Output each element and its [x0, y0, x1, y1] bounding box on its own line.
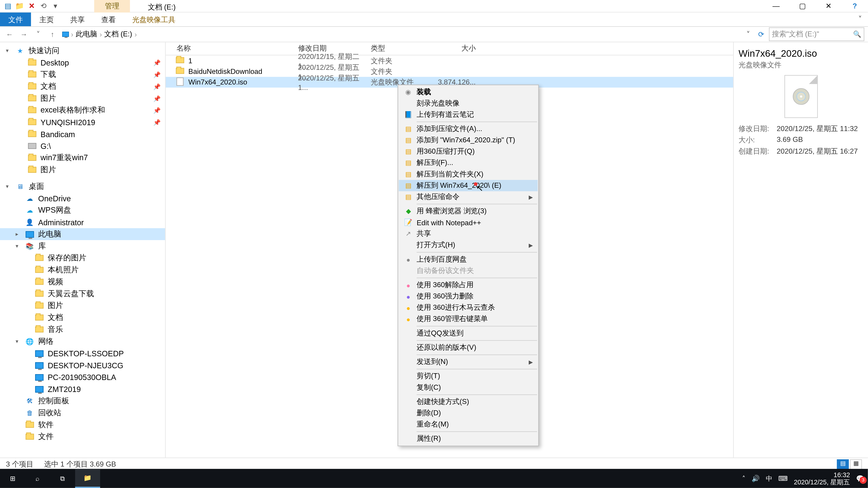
ribbon-tab-view[interactable]: 查看: [93, 12, 124, 26]
qat-icon-2[interactable]: 📁: [14, 1, 25, 11]
tree-item[interactable]: DESKTOP-LSSOEDP: [0, 347, 165, 359]
context-menu-item[interactable]: ▤解压到当前文件夹(X): [399, 168, 537, 180]
tree-item[interactable]: 音乐: [0, 324, 165, 335]
ribbon-file-tab[interactable]: 文件: [0, 12, 31, 26]
start-button[interactable]: ⊞: [0, 469, 25, 488]
context-menu-item[interactable]: ▤解压到 Win7x64_2020\ (E): [399, 180, 537, 191]
ribbon-tab-disc-tools[interactable]: 光盘映像工具: [124, 12, 184, 26]
breadcrumb[interactable]: 此电脑: [74, 29, 98, 39]
tree-item[interactable]: ▾📚库: [0, 240, 165, 252]
minimize-button[interactable]: —: [763, 0, 789, 12]
tree-item[interactable]: ▾🌐网络: [0, 335, 165, 348]
context-menu-item[interactable]: 属性(R): [399, 433, 537, 445]
address-dropdown-icon[interactable]: ˅: [743, 30, 753, 38]
tree-item[interactable]: 图片: [0, 300, 165, 312]
column-headers[interactable]: 名称 修改日期 类型 大小: [166, 42, 733, 55]
context-menu-item[interactable]: 删除(D): [399, 408, 537, 419]
context-menu-item[interactable]: ▤添加到压缩文件(A)...: [399, 123, 537, 135]
taskbar-explorer-icon[interactable]: 📁: [75, 469, 100, 488]
context-menu-item[interactable]: ●使用 360强力删除: [399, 291, 537, 302]
tree-item[interactable]: 图片📌: [0, 92, 165, 104]
address-bar[interactable]: › 此电脑 › 文档 (E:) ›: [61, 29, 740, 40]
navigation-pane[interactable]: ▾★ 快速访问 Desktop📌下载📌文档📌图片📌excel表格制作求和📌YUN…: [0, 42, 166, 457]
forward-button[interactable]: →: [18, 30, 30, 38]
view-icons-button[interactable]: ▦: [850, 459, 862, 470]
context-menu-item[interactable]: ▤其他压缩命令▶: [399, 191, 537, 202]
tree-item[interactable]: 下载📌: [0, 68, 165, 80]
search-input[interactable]: 搜索"文档 (E:)" 🔍: [769, 27, 864, 41]
tree-item[interactable]: DESKTOP-NJEU3CG: [0, 359, 165, 371]
tree-item[interactable]: 软件: [0, 419, 165, 431]
context-menu-item[interactable]: 发送到(N)▶: [399, 356, 537, 367]
tree-item[interactable]: 👤Administrator: [0, 216, 165, 228]
tree-item[interactable]: 🗑回收站: [0, 407, 165, 419]
column-name[interactable]: 名称: [166, 43, 298, 54]
back-button[interactable]: ←: [4, 30, 16, 38]
tray-volume-icon[interactable]: 🔊: [752, 475, 760, 482]
table-row[interactable]: 12020/12/15, 星期二 1...文件夹: [166, 55, 733, 66]
tree-item[interactable]: Bandicam: [0, 128, 165, 140]
tree-item[interactable]: YUNQISHI2019📌: [0, 116, 165, 128]
ribbon-tab-share[interactable]: 共享: [62, 12, 93, 26]
context-menu-item[interactable]: ◉装载: [399, 86, 537, 98]
tray-clock[interactable]: 16:32 2020/12/25, 星期五: [794, 471, 850, 486]
tree-item[interactable]: 视频: [0, 276, 165, 288]
table-row[interactable]: BaiduNetdiskDownload2020/12/25, 星期五 1...…: [166, 66, 733, 77]
help-button[interactable]: ?: [842, 0, 868, 12]
qat-icon-1[interactable]: ▤: [2, 1, 13, 11]
context-menu-item[interactable]: 剪切(T): [399, 370, 537, 382]
context-menu-item[interactable]: 复制(C): [399, 382, 537, 393]
qat-customize-icon[interactable]: ▾: [50, 1, 61, 11]
tree-item[interactable]: G:\: [0, 140, 165, 152]
context-menu-item[interactable]: ▤添加到 "Win7x64_2020.zip" (T): [399, 135, 537, 146]
context-menu-item[interactable]: ▤用360压缩打开(Q): [399, 146, 537, 157]
context-menu-item[interactable]: 通过QQ发送到: [399, 328, 537, 339]
up-button[interactable]: ↑: [46, 30, 59, 38]
ribbon-expand-icon[interactable]: ˅: [852, 12, 868, 26]
context-menu-item[interactable]: ●上传到百度网盘: [399, 254, 537, 265]
context-menu-item[interactable]: ●使用 360进行木马云查杀: [399, 302, 537, 313]
context-menu-item[interactable]: 打开方式(H)▶: [399, 239, 537, 251]
context-menu-item[interactable]: ▤解压到(F)...: [399, 157, 537, 168]
maximize-button[interactable]: ▢: [789, 0, 815, 12]
tree-quick-access[interactable]: ▾★ 快速访问: [0, 45, 165, 57]
breadcrumb[interactable]: 文档 (E:): [103, 29, 133, 39]
tree-item[interactable]: excel表格制作求和📌: [0, 104, 165, 116]
context-menu-item[interactable]: 📘上传到有道云笔记: [399, 109, 537, 121]
tree-item[interactable]: ☁OneDrive: [0, 193, 165, 204]
tree-item[interactable]: ▸此电脑: [0, 228, 165, 240]
context-menu-item[interactable]: ●使用 360解除占用: [399, 280, 537, 291]
tree-item[interactable]: 保存的图片: [0, 252, 165, 264]
context-menu-item[interactable]: 刻录光盘映像: [399, 98, 537, 109]
context-menu-item[interactable]: 重命名(M): [399, 419, 537, 430]
action-center-icon[interactable]: 💬3: [856, 475, 864, 482]
qat-undo-icon[interactable]: ⟲: [38, 1, 49, 11]
context-menu-item[interactable]: 📝Edit with Notepad++: [399, 217, 537, 228]
tree-desktop-root[interactable]: ▾🖥 桌面: [0, 181, 165, 193]
refresh-button[interactable]: ⟳: [756, 30, 767, 38]
tree-item[interactable]: win7重装win7: [0, 152, 165, 164]
context-menu-item[interactable]: ◆用 蜂蜜浏览器 浏览(3): [399, 205, 537, 217]
tree-item[interactable]: ZMT2019: [0, 383, 165, 395]
tree-item[interactable]: ☁WPS网盘: [0, 204, 165, 216]
taskbar-search-icon[interactable]: ⌕: [25, 469, 50, 488]
recent-locations-button[interactable]: ˅: [32, 30, 44, 38]
taskbar[interactable]: ⊞ ⌕ ⧉ 📁 ˄ 🔊 中 ⌨ 16:32 2020/12/25, 星期五 💬3: [0, 469, 868, 488]
context-menu-item[interactable]: 创建快捷方式(S): [399, 396, 537, 408]
tray-overflow-icon[interactable]: ˄: [742, 475, 746, 482]
tree-item[interactable]: Desktop📌: [0, 57, 165, 69]
qat-save-icon[interactable]: ✕: [26, 1, 37, 11]
task-view-button[interactable]: ⧉: [50, 469, 75, 488]
tree-item[interactable]: 本机照片: [0, 264, 165, 276]
tree-item[interactable]: 🛠控制面板: [0, 395, 165, 407]
view-details-button[interactable]: ▤: [837, 459, 849, 470]
tree-item[interactable]: 天翼云盘下载: [0, 288, 165, 300]
tree-item[interactable]: 图片: [0, 164, 165, 176]
context-menu-item[interactable]: 还原以前的版本(V): [399, 342, 537, 353]
column-size[interactable]: 大小: [433, 43, 480, 54]
ribbon-tab-home[interactable]: 主页: [31, 12, 62, 26]
context-menu-item[interactable]: ↗共享: [399, 228, 537, 239]
tray-ime-icon[interactable]: 中: [766, 474, 772, 483]
tree-item[interactable]: PC-20190530OBLA: [0, 371, 165, 383]
tree-item[interactable]: 文件: [0, 431, 165, 443]
